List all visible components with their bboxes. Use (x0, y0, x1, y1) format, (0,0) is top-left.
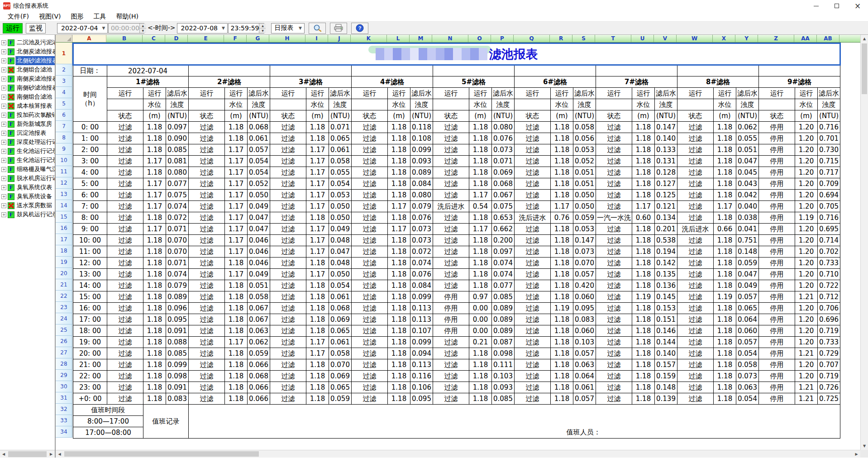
level-cell[interactable]: 1.18 (469, 156, 492, 167)
state-cell[interactable]: 停用 (759, 144, 795, 156)
subheader-level[interactable]: (m) (632, 110, 655, 122)
turbidity-cell[interactable]: 0.067 (248, 303, 270, 314)
level-cell[interactable]: 1.18 (306, 133, 329, 144)
turbidity-cell[interactable]: 0.050 (573, 190, 596, 201)
state-cell[interactable]: 过滤 (433, 359, 469, 371)
tree-item-15[interactable]: +F细格栅及曝气沉 (0, 165, 55, 174)
tree-item-8[interactable]: +成本核算报表 (0, 101, 55, 110)
level-cell[interactable]: 1.18 (551, 348, 573, 359)
state-cell[interactable]: 过滤 (677, 303, 714, 314)
level-cell[interactable]: 1.21 (795, 348, 818, 359)
level-cell[interactable]: 1.17 (225, 235, 248, 246)
turbidity-cell[interactable]: 0.712 (818, 291, 840, 303)
state-cell[interactable]: 停用 (759, 122, 795, 133)
turbidity-cell[interactable]: 0.075 (166, 190, 189, 201)
row-header-3[interactable]: 3 (56, 76, 72, 87)
turbidity-cell[interactable]: 0.065 (329, 382, 352, 393)
state-cell[interactable]: 过滤 (515, 178, 551, 190)
state-cell[interactable]: 过滤 (107, 235, 143, 246)
scroll-left-icon[interactable]: ◀ (0, 452, 7, 456)
subheader-level[interactable]: 运行 (306, 88, 329, 99)
level-cell[interactable]: 1.18 (388, 212, 410, 224)
turbidity-cell[interactable]: 0.059 (736, 258, 759, 269)
state-cell[interactable]: 过滤 (270, 314, 306, 325)
turbidity-cell[interactable]: 0.088 (166, 337, 189, 348)
subheader-turbidity[interactable]: (NTU) (492, 110, 515, 122)
time-cell[interactable]: 15: 00 (73, 291, 107, 303)
level-cell[interactable]: 1.18 (714, 382, 736, 393)
level-cell[interactable]: 1.18 (714, 314, 736, 325)
state-cell[interactable]: 停用 (759, 258, 795, 269)
turbidity-cell[interactable]: 0.716 (818, 212, 840, 224)
level-cell[interactable]: 1.18 (388, 190, 410, 201)
state-cell[interactable]: 过滤 (677, 371, 714, 382)
state-cell[interactable]: 过滤 (189, 246, 225, 258)
turbidity-cell[interactable]: 0.064 (573, 371, 596, 382)
level-cell[interactable]: 1.18 (306, 359, 329, 371)
turbidity-cell[interactable]: 0.045 (736, 167, 759, 178)
turbidity-cell[interactable]: 0.079 (166, 280, 189, 291)
minimize-button[interactable] (806, 0, 826, 12)
state-cell[interactable]: 过滤 (270, 325, 306, 337)
subheader-state[interactable] (677, 99, 714, 110)
time-cell[interactable]: 23: 00 (73, 382, 107, 393)
turbidity-cell[interactable]: 0.144 (655, 337, 677, 348)
turbidity-cell[interactable]: 0.069 (492, 167, 515, 178)
turbidity-cell[interactable]: 0.157 (655, 359, 677, 371)
turbidity-cell[interactable]: 0.073 (410, 235, 433, 246)
level-cell[interactable]: 1.18 (469, 235, 492, 246)
state-cell[interactable]: 过滤 (270, 382, 306, 393)
state-cell[interactable]: 过滤 (515, 325, 551, 337)
vertical-scrollbar[interactable]: ▲ ▼ (860, 35, 868, 450)
subheader-turbidity[interactable]: 浊度 (166, 99, 189, 110)
level-cell[interactable]: 1.17 (143, 201, 166, 212)
subheader-state[interactable]: 状态 (270, 110, 306, 122)
turbidity-cell[interactable]: 0.051 (736, 144, 759, 156)
subheader-turbidity[interactable]: 浊度 (655, 99, 677, 110)
level-cell[interactable]: 1.20 (795, 178, 818, 190)
state-cell[interactable]: 洗后进水 (677, 224, 714, 235)
state-cell[interactable]: 洗后进水 (433, 201, 469, 212)
level-cell[interactable]: 1.18 (632, 280, 655, 291)
state-cell[interactable]: 停用 (759, 325, 795, 337)
turbidity-cell[interactable]: 0.067 (492, 190, 515, 201)
state-cell[interactable]: 过滤 (515, 201, 551, 212)
level-cell[interactable]: 1.17 (306, 201, 329, 212)
row-header-32[interactable]: 32 (56, 404, 72, 415)
state-cell[interactable]: 过滤 (515, 303, 551, 314)
level-cell[interactable]: 1.19 (551, 303, 573, 314)
turbidity-cell[interactable]: 0.074 (492, 269, 515, 280)
shift-cell-2[interactable]: 17:00—08:00 (73, 427, 143, 439)
turbidity-cell[interactable]: 0.089 (492, 325, 515, 337)
level-cell[interactable]: 1.18 (714, 258, 736, 269)
level-cell[interactable]: 1.18 (469, 348, 492, 359)
expand-plus-icon[interactable]: + (1, 185, 6, 190)
date-value-cell[interactable]: 2022-07-04 (107, 65, 189, 76)
state-cell[interactable]: 洗后进水 (515, 212, 551, 224)
turbidity-cell[interactable]: 0.061 (573, 382, 596, 393)
time-cell[interactable]: 16: 00 (73, 303, 107, 314)
state-cell[interactable]: 过滤 (433, 190, 469, 201)
turbidity-cell[interactable]: 0.070 (573, 258, 596, 269)
level-cell[interactable]: 1.17 (306, 178, 329, 190)
level-cell[interactable]: 1.21 (795, 393, 818, 405)
print-button[interactable] (330, 23, 347, 34)
subheader-turbidity[interactable]: 滤后水 (818, 88, 840, 99)
level-cell[interactable]: 1.17 (306, 156, 329, 167)
state-cell[interactable]: 一汽一水洗 (596, 212, 632, 224)
state-cell[interactable]: 过滤 (596, 190, 632, 201)
subheader-turbidity[interactable]: (NTU) (818, 110, 840, 122)
state-cell[interactable]: 过滤 (107, 258, 143, 269)
level-cell[interactable]: 1.18 (469, 371, 492, 382)
state-cell[interactable]: 过滤 (107, 201, 143, 212)
expand-plus-icon[interactable]: + (1, 113, 6, 118)
level-cell[interactable]: 1.18 (714, 269, 736, 280)
time-cell[interactable]: 10: 00 (73, 235, 107, 246)
state-cell[interactable]: 过滤 (515, 167, 551, 178)
turbidity-cell[interactable]: 0.054 (248, 167, 270, 178)
state-cell[interactable]: 过滤 (270, 291, 306, 303)
row-header-8[interactable]: 8 (56, 132, 72, 143)
level-cell[interactable]: 1.17 (225, 337, 248, 348)
turbidity-cell[interactable]: 0.047 (248, 212, 270, 224)
level-cell[interactable]: 1.18 (551, 224, 573, 235)
